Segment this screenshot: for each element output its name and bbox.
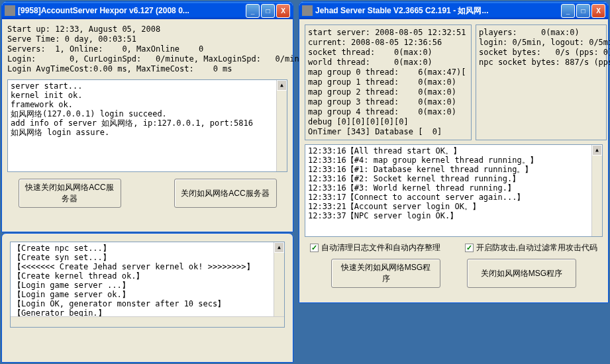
log-line: 【Login game server ...】 bbox=[13, 281, 281, 290]
scrollbar-vertical[interactable]: ▲ bbox=[276, 80, 287, 171]
close-msg-button[interactable]: 关闭如风网络MSG程序 bbox=[467, 259, 576, 288]
log-box[interactable]: 【Create npc set...】 【Create syn set...】 … bbox=[10, 242, 285, 328]
log-line: 如风网络 login assure. bbox=[11, 128, 284, 137]
scrollbar-vertical[interactable]: ▲ bbox=[274, 242, 284, 327]
stat-line: Serve Time: 0 day, 00:03:51 bbox=[7, 34, 287, 44]
stats-block: Start up: 12:33, August 05, 2008 Serve T… bbox=[7, 24, 287, 74]
log-line: kernel init ok. bbox=[11, 91, 284, 100]
account-server-window: [9958]AccountServer Hexpor v6.127 (2008 … bbox=[1, 1, 293, 232]
log-line: 【Login game server ok.】 bbox=[13, 290, 281, 299]
log-line: 12:33:16【#4: map group kernel thread run… bbox=[308, 156, 599, 165]
app-icon bbox=[302, 5, 313, 16]
log-line: 12:33:17【Connect to account server again… bbox=[308, 193, 599, 202]
log-line: 12:33:16【#3: World kernel thread running… bbox=[308, 183, 599, 193]
log-line: 如风网络(127.0.0.1) login succeed. bbox=[11, 109, 284, 118]
stat-line: start server: 2008-08-05 12:32:51 bbox=[308, 28, 468, 38]
log-line: 12:33:37【NPC server login OK.】 bbox=[308, 211, 599, 220]
title-bar[interactable]: [9958]AccountServer Hexpor v6.127 (2008 … bbox=[2, 2, 293, 19]
checkbox-label: 自动清理日志文件和自动内存整理 bbox=[321, 242, 440, 253]
stats-right-pane: players: 0(max:0) login: 0/5min, logout:… bbox=[476, 24, 607, 140]
app-icon bbox=[5, 5, 15, 16]
stat-line: socket bytes: 0/s (pps: 0) bbox=[479, 48, 603, 58]
close-button[interactable]: X bbox=[591, 4, 605, 18]
stat-line: map group 4 thread: 0(max:0) bbox=[308, 107, 468, 117]
log-box[interactable]: server start... kernel init ok. framewor… bbox=[7, 79, 287, 172]
stat-line: players: 0(max:0) bbox=[479, 28, 603, 38]
log-line: 【Create syn set...】 bbox=[13, 253, 281, 262]
jehad-server-window: Jehad Server Stable V2.3665 C2.191 - 如风网… bbox=[299, 1, 609, 303]
stat-line: Login: 0, CurLoginSpd: 0/minute, MaxLogi… bbox=[7, 54, 287, 64]
stat-line: OnTimer [343] Database [ 0] bbox=[308, 127, 468, 137]
minimize-button[interactable]: _ bbox=[246, 4, 260, 18]
log-line: 【Create kernel thread ok.】 bbox=[13, 271, 281, 281]
close-acc-button[interactable]: 关闭如风网络ACC服务器 bbox=[174, 179, 277, 208]
checkbox-icon: ✓ bbox=[310, 244, 319, 252]
npc-server-window: 【Create npc set...】 【Create syn set...】 … bbox=[1, 233, 293, 363]
log-line: 【Login OK, generator monster after 10 se… bbox=[13, 299, 281, 308]
stat-line: map group 0 thread: 6(max:47)[ 0] bbox=[308, 68, 468, 77]
stat-line: Servers: 1, Online: 0, MaxOnline 0 bbox=[7, 44, 287, 54]
stat-line: world thread: 0(max:0) bbox=[308, 58, 468, 68]
stat-line: npc socket bytes: 887/s (pps: 8) bbox=[479, 58, 603, 68]
checkbox-label: 开启防攻击,自动过滤常用攻击代码 bbox=[476, 242, 597, 253]
scroll-up-icon[interactable]: ▲ bbox=[592, 145, 602, 156]
scrollbar-vertical[interactable]: ▲ bbox=[591, 145, 602, 236]
stat-line: map group 3 thread: 0(max:0) bbox=[308, 97, 468, 107]
maximize-button[interactable]: □ bbox=[261, 4, 275, 18]
scroll-up-icon[interactable]: ▲ bbox=[274, 242, 284, 253]
log-line: add info of server 如风网络, ip:127.0.0.1, p… bbox=[11, 118, 284, 128]
log-line: 【Create npc set...】 bbox=[13, 244, 281, 253]
log-line: server start... bbox=[11, 81, 284, 91]
autoclean-checkbox[interactable]: ✓ 自动清理日志文件和自动内存整理 bbox=[310, 242, 440, 253]
log-line: 【<<<<<<< Create Jehad server kernel ok! … bbox=[13, 262, 281, 271]
log-line: 12:33:21【Account server login OK。】 bbox=[308, 202, 599, 211]
fast-close-msg-button[interactable]: 快速关闭如风网络MSG程序 bbox=[331, 259, 440, 288]
fast-close-acc-button[interactable]: 快速关闭如风网络ACC服务器 bbox=[19, 179, 121, 208]
defend-checkbox[interactable]: ✓ 开启防攻击,自动过滤常用攻击代码 bbox=[465, 242, 597, 253]
stats-left-pane: start server: 2008-08-05 12:32:51 curren… bbox=[305, 24, 472, 140]
maximize-button[interactable]: □ bbox=[576, 4, 590, 18]
stat-line: socket thread: 0(max:0) bbox=[308, 48, 468, 58]
title-bar[interactable]: Jehad Server Stable V2.3665 C2.191 - 如风网… bbox=[299, 2, 608, 19]
checkbox-icon: ✓ bbox=[465, 244, 474, 252]
log-line: 12:33:16【#1: Database kernel thread runn… bbox=[308, 165, 599, 174]
stat-line: Start up: 12:33, August 05, 2008 bbox=[7, 24, 287, 34]
stat-line: debug [0][0][0][0][0] bbox=[308, 117, 468, 127]
stat-line: Login AvgTimeCost:0.00 ms, MaxTimeCost: … bbox=[7, 64, 287, 74]
log-line: 12:33:16【All thread start OK。】 bbox=[308, 146, 599, 156]
log-line: 12:33:16【#2: Socket kernel thread runnin… bbox=[308, 174, 599, 183]
scrollbar-horizontal[interactable] bbox=[11, 316, 284, 327]
window-title: [9958]AccountServer Hexpor v6.127 (2008 … bbox=[18, 6, 246, 15]
close-button[interactable]: X bbox=[276, 4, 290, 18]
minimize-button[interactable]: _ bbox=[561, 4, 575, 18]
stat-line: current: 2008-08-05 12:36:56 bbox=[308, 38, 468, 48]
log-box[interactable]: 12:33:16【All thread start OK。】 12:33:16【… bbox=[305, 144, 603, 237]
log-line: framework ok. bbox=[11, 100, 284, 109]
stat-line: map group 1 thread: 0(max:0) bbox=[308, 77, 468, 87]
scroll-up-icon[interactable]: ▲ bbox=[277, 80, 287, 91]
stat-line: login: 0/5min, logout: 0/5min bbox=[479, 38, 603, 48]
stat-line: map group 2 thread: 0(max:0) bbox=[308, 87, 468, 97]
window-title: Jehad Server Stable V2.3665 C2.191 - 如风网… bbox=[315, 5, 561, 17]
